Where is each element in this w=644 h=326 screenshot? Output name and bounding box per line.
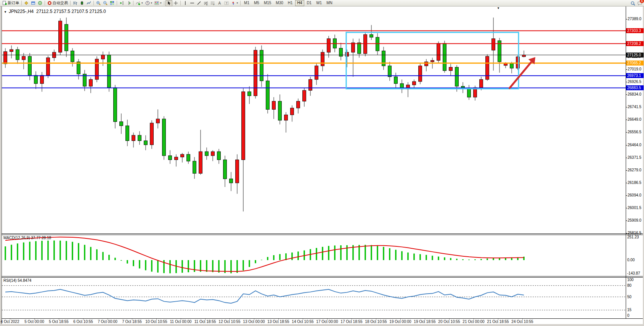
- indicators-button[interactable]: ▾: [135, 0, 144, 6]
- vertical-line-button[interactable]: [182, 0, 189, 6]
- market-watch-button[interactable]: [23, 0, 30, 6]
- label-button[interactable]: T: [223, 0, 230, 6]
- zoom-out-button[interactable]: [102, 0, 109, 6]
- channel-button[interactable]: F: [209, 0, 216, 6]
- zoom-in-button[interactable]: [95, 0, 102, 6]
- tile-windows-button[interactable]: [109, 0, 116, 6]
- chart-dropdown-arrow[interactable]: ▼: [4, 10, 7, 14]
- fibonacci-button[interactable]: E: [202, 0, 209, 6]
- price-tick-label: 26741.5: [628, 105, 641, 109]
- macd-histogram-bar: [334, 246, 336, 260]
- macd-histogram-bar: [505, 258, 506, 260]
- horizontal-line-button[interactable]: [189, 0, 196, 6]
- macd-histogram-bar: [395, 250, 397, 260]
- timeframe-m1[interactable]: M1: [242, 0, 252, 6]
- text-button[interactable]: A: [216, 0, 223, 6]
- macd-histogram-bar: [340, 245, 342, 260]
- templates-button-icon: [154, 1, 159, 5]
- svg-text:T: T: [226, 2, 228, 5]
- candle-body: [248, 92, 251, 96]
- time-label: 5 Oct 00:00: [24, 320, 44, 324]
- new-order-button[interactable]: 新订单: [1, 0, 20, 6]
- price-tick-mark: [626, 208, 627, 208]
- macd-histogram-bar: [145, 260, 146, 270]
- periods-button[interactable]: ▾: [144, 0, 154, 6]
- timeframe-m5[interactable]: M5: [252, 0, 262, 6]
- templates-button[interactable]: ▾: [153, 0, 163, 6]
- toolbar-separator: [133, 1, 133, 5]
- candle-body: [22, 56, 26, 60]
- profile-button[interactable]: [30, 0, 37, 6]
- candle-body: [132, 135, 135, 141]
- candle-body: [370, 35, 373, 37]
- candle-body: [71, 51, 74, 62]
- timeframe-w1[interactable]: W1: [314, 0, 324, 6]
- macd-panel[interactable]: [0, 235, 644, 276]
- candle-body: [425, 62, 428, 66]
- chevron-down-icon: ▾: [141, 2, 143, 5]
- timeframe-h1[interactable]: H1: [286, 0, 295, 6]
- chart-shift-button[interactable]: [125, 0, 132, 6]
- macd-histogram-bar: [151, 260, 153, 272]
- macd-histogram-bar: [322, 247, 323, 260]
- candle-body: [199, 152, 202, 173]
- macd-histogram-bar: [279, 254, 281, 260]
- macd-histogram-bar: [432, 256, 433, 260]
- price-badge-27125: 27125.0: [626, 53, 644, 58]
- candle-body: [16, 50, 19, 60]
- cursor-button[interactable]: [165, 0, 172, 6]
- auto-trading-button[interactable]: 自动交易: [46, 0, 69, 6]
- macd-histogram-bar: [41, 241, 43, 260]
- timeframe-mn[interactable]: MN: [324, 0, 335, 6]
- arrows-button[interactable]: ▾: [230, 0, 239, 6]
- price-tick-mark: [626, 170, 627, 171]
- alerts-button[interactable]: [37, 0, 43, 6]
- macd-histogram-bar: [297, 251, 299, 260]
- chart-shift-marker[interactable]: ▼: [497, 6, 500, 10]
- candle-body: [449, 67, 453, 71]
- macd-label: MACD(12,26,9) 37.77 28.18: [3, 236, 51, 240]
- price-chart[interactable]: [0, 6, 644, 233]
- price-tick-mark: [626, 183, 627, 183]
- price-tick-mark: [626, 221, 627, 221]
- timeframe-h4[interactable]: H4: [295, 0, 305, 6]
- label-button-icon: T: [224, 1, 229, 5]
- price-tick-label: 26649.0: [628, 117, 641, 122]
- auto-trading-button-label: 自动交易: [53, 0, 68, 6]
- bar-chart-button[interactable]: [72, 0, 79, 6]
- price-tick-mark: [626, 94, 627, 95]
- macd-signal-line: [5, 237, 524, 272]
- crosshair-button[interactable]: [172, 0, 179, 6]
- candle-body: [223, 160, 227, 179]
- timeframe-d1[interactable]: D1: [304, 0, 314, 6]
- rsi-panel[interactable]: [0, 278, 644, 318]
- price-tick-label: 26926.5: [628, 80, 641, 84]
- macd-histogram-bar: [47, 241, 49, 260]
- line-chart-button[interactable]: [85, 0, 92, 6]
- rsi-label: RSI(14) 54.8474: [3, 278, 31, 283]
- trendline-button[interactable]: [196, 0, 202, 6]
- candle-chart-button[interactable]: [79, 0, 85, 6]
- candle-body: [114, 88, 117, 121]
- macd-histogram-bar: [11, 245, 12, 260]
- macd-histogram-bar: [407, 252, 409, 260]
- timeframe-m30[interactable]: M30: [273, 0, 285, 6]
- macd-histogram-bar: [102, 252, 104, 260]
- price-tick-mark: [626, 69, 627, 70]
- candle-body: [413, 82, 416, 85]
- price-badge-26973.1: 26973.1: [626, 73, 644, 78]
- candle-body: [321, 52, 324, 66]
- trendline-button-icon: [197, 1, 201, 5]
- candle-body: [120, 121, 123, 126]
- bar-chart-button-icon: [73, 1, 77, 5]
- timeframe-m15[interactable]: M15: [262, 0, 273, 6]
- macd-histogram-bar: [243, 260, 244, 270]
- candle-body: [254, 50, 257, 96]
- macd-histogram-bar: [53, 241, 55, 260]
- time-label: 11 Oct 00:00: [170, 320, 192, 324]
- zoom-out-button-icon: [103, 1, 108, 5]
- horizontal-line-button-icon: [190, 1, 194, 5]
- price-tick-label: 26279.0: [628, 168, 641, 173]
- auto-scroll-button[interactable]: [118, 0, 125, 6]
- macd-histogram-bar: [419, 254, 421, 260]
